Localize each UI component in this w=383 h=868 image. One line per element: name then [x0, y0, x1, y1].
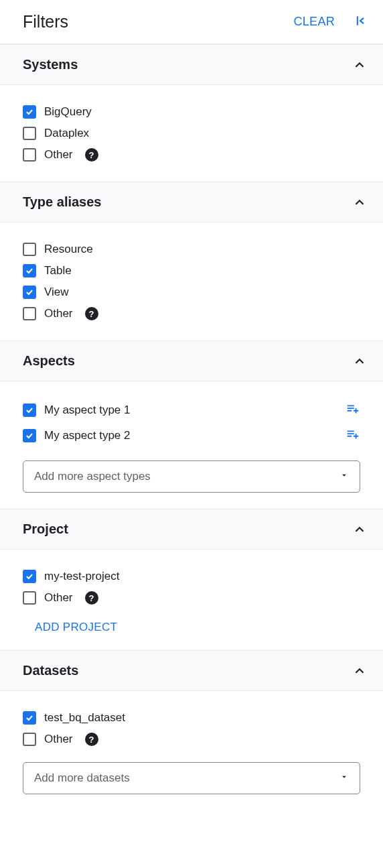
- filter-option-other: Other ?: [23, 303, 360, 324]
- collapse-panel-icon[interactable]: [354, 14, 367, 30]
- filter-option-project: my-test-project: [23, 566, 360, 587]
- filter-label: my-test-project: [44, 570, 119, 583]
- section-title: Aspects: [23, 353, 75, 369]
- filter-option-resource: Resource: [23, 239, 360, 260]
- chevron-up-icon: [352, 664, 367, 678]
- section-title: Type aliases: [23, 194, 101, 210]
- section-body-type-aliases: Resource Table View Other ?: [0, 223, 383, 340]
- section-body-datasets: test_bq_dataset Other ? Add more dataset…: [0, 691, 383, 810]
- playlist-add-icon[interactable]: [346, 401, 360, 419]
- section-title: Project: [23, 521, 68, 537]
- help-icon[interactable]: ?: [85, 733, 98, 746]
- checkbox[interactable]: [23, 127, 36, 140]
- filter-option-table: Table: [23, 260, 360, 282]
- checkbox[interactable]: [23, 243, 36, 256]
- section-body-aspects: My aspect type 1 My aspect type 2 Add mo…: [0, 381, 383, 509]
- dropdown-placeholder: Add more aspect types: [34, 470, 151, 483]
- checkbox[interactable]: [23, 733, 36, 746]
- filter-label: My aspect type 1: [44, 404, 131, 417]
- section-header-type-aliases[interactable]: Type aliases: [0, 182, 383, 223]
- caret-down-icon: [339, 772, 349, 784]
- filter-label: BigQuery: [44, 105, 92, 119]
- filter-label: Other: [44, 148, 73, 162]
- filter-label: View: [44, 286, 69, 299]
- section-body-systems: BigQuery Dataplex Other ?: [0, 85, 383, 182]
- filter-option-dataset: test_bq_dataset: [23, 707, 360, 729]
- filter-option-bigquery: BigQuery: [23, 101, 360, 123]
- filter-label: Other: [44, 733, 73, 746]
- chevron-up-icon: [352, 195, 367, 210]
- checkbox[interactable]: [23, 148, 36, 162]
- filter-option-other: Other ?: [23, 587, 360, 609]
- filter-label: Resource: [44, 243, 93, 256]
- add-dataset-dropdown[interactable]: Add more datasets: [23, 762, 360, 794]
- filter-option-dataplex: Dataplex: [23, 123, 360, 144]
- caret-down-icon: [339, 471, 349, 483]
- filter-label: Other: [44, 591, 73, 605]
- filter-label: Other: [44, 307, 73, 320]
- checkbox[interactable]: [23, 404, 36, 417]
- filter-option-view: View: [23, 282, 360, 303]
- section-body-project: my-test-project Other ? ADD PROJECT: [0, 550, 383, 650]
- checkbox[interactable]: [23, 307, 36, 320]
- dropdown-placeholder: Add more datasets: [34, 771, 130, 785]
- filter-label: Dataplex: [44, 127, 89, 140]
- add-aspect-dropdown[interactable]: Add more aspect types: [23, 460, 360, 493]
- playlist-add-icon[interactable]: [346, 427, 360, 444]
- chevron-up-icon: [352, 354, 367, 369]
- filter-label: Table: [44, 264, 72, 277]
- help-icon[interactable]: ?: [85, 148, 98, 162]
- filter-label: My aspect type 2: [44, 429, 131, 442]
- clear-button[interactable]: CLEAR: [293, 15, 335, 29]
- add-project-button[interactable]: ADD PROJECT: [23, 609, 129, 634]
- filter-label: test_bq_dataset: [44, 711, 125, 725]
- checkbox[interactable]: [23, 429, 36, 442]
- header-actions: CLEAR: [293, 14, 367, 30]
- section-title: Systems: [23, 57, 78, 72]
- page-title: Filters: [23, 12, 68, 32]
- filter-option-aspect-2: My aspect type 2: [23, 423, 360, 448]
- section-header-aspects[interactable]: Aspects: [0, 340, 383, 381]
- chevron-up-icon: [352, 522, 367, 537]
- chevron-up-icon: [352, 58, 367, 72]
- filter-option-aspect-1: My aspect type 1: [23, 397, 360, 423]
- help-icon[interactable]: ?: [85, 307, 98, 320]
- filter-option-other: Other ?: [23, 144, 360, 166]
- section-header-datasets[interactable]: Datasets: [0, 650, 383, 691]
- checkbox[interactable]: [23, 286, 36, 299]
- checkbox[interactable]: [23, 105, 36, 119]
- help-icon[interactable]: ?: [85, 591, 98, 605]
- checkbox[interactable]: [23, 711, 36, 725]
- checkbox[interactable]: [23, 570, 36, 583]
- checkbox[interactable]: [23, 264, 36, 277]
- checkbox[interactable]: [23, 591, 36, 605]
- filter-option-other: Other ?: [23, 729, 360, 750]
- section-header-systems[interactable]: Systems: [0, 44, 383, 85]
- section-title: Datasets: [23, 663, 78, 678]
- section-header-project[interactable]: Project: [0, 509, 383, 550]
- filters-header: Filters CLEAR: [0, 0, 383, 44]
